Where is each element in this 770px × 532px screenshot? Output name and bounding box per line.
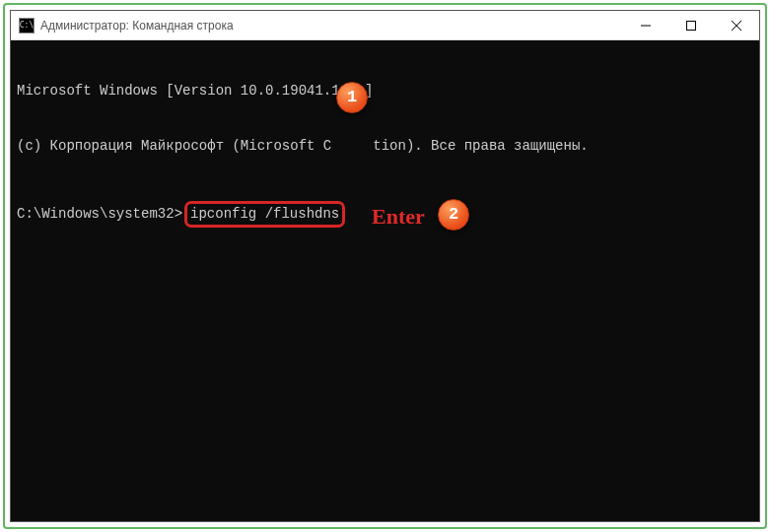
- window-title: Администратор: Командная строка: [40, 19, 623, 33]
- enter-annotation: Enter: [372, 202, 425, 232]
- command-highlight: ipconfig /flushdns: [184, 201, 345, 228]
- prompt-text: C:\Windows\system32>: [17, 206, 182, 222]
- titlebar[interactable]: C:\ Администратор: Командная строка: [11, 11, 759, 40]
- minimize-button[interactable]: [623, 11, 668, 39]
- console-output[interactable]: Microsoft Windows [Version 10.0.19041.1X…: [11, 40, 759, 521]
- cmd-window: C:\ Администратор: Командная строка Micr…: [10, 10, 760, 522]
- command-text: ipconfig /flushdns: [190, 206, 339, 222]
- screenshot-frame: C:\ Администратор: Командная строка Micr…: [3, 3, 767, 529]
- version-line: Microsoft Windows [Version 10.0.19041.1X…: [17, 82, 753, 100]
- svg-rect-1: [687, 21, 696, 30]
- annotation-bubble-2: 2: [438, 199, 469, 231]
- close-button[interactable]: [714, 11, 759, 39]
- copyright-line: (c) Корпорация Майкрософт (Microsoft CXX…: [17, 137, 753, 156]
- cmd-icon: C:\: [19, 18, 35, 33]
- maximize-button[interactable]: [668, 11, 714, 39]
- window-controls: [623, 11, 759, 39]
- annotation-bubble-1: 1: [336, 82, 368, 113]
